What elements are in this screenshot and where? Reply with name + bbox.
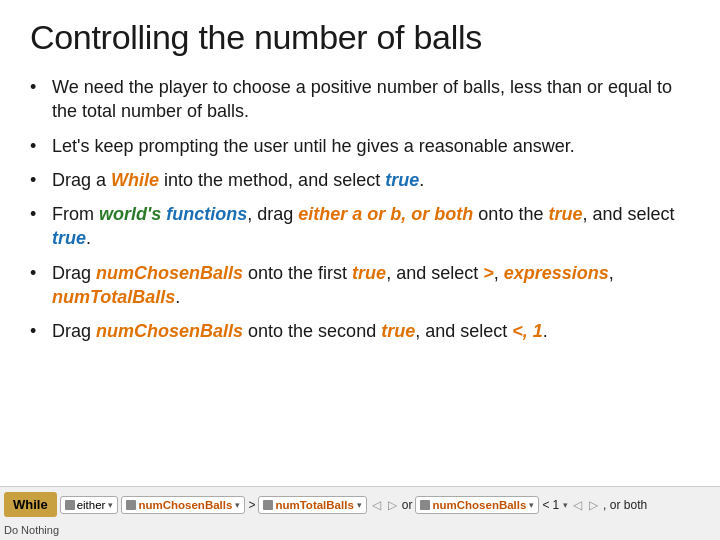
lt1-highlight: <, 1 [512, 321, 543, 341]
do-nothing-label: Do Nothing [4, 524, 59, 536]
list-item: • Drag numChosenBalls onto the first tru… [30, 261, 690, 310]
bullet-text-4: From world's functions, drag either a or… [52, 202, 690, 251]
do-nothing-row: Do Nothing [0, 520, 720, 540]
list-item: • From world's functions, drag either a … [30, 202, 690, 251]
separator-3: ◁ [571, 498, 584, 512]
pill-icon-2 [126, 500, 136, 510]
pill-icon-4 [420, 500, 430, 510]
separator-4: ▷ [587, 498, 600, 512]
bullet-char: • [30, 202, 52, 226]
either-highlight: either a or b, or both [298, 204, 473, 224]
numchosen-pill-2[interactable]: numChosenBalls ▾ [415, 496, 539, 514]
numchosen-label-2: numChosenBalls [432, 499, 526, 511]
pill-icon [65, 500, 75, 510]
dropdown-arrow-1[interactable]: ▾ [108, 500, 113, 510]
list-item: • Let's keep prompting the user until he… [30, 134, 690, 158]
true-highlight-3: true [52, 228, 86, 248]
pill-icon-3 [263, 500, 273, 510]
numchosen-highlight-1: numChosenBalls [96, 263, 243, 283]
bottom-bar-container: While either ▾ numChosenBalls ▾ > numTot… [0, 486, 720, 540]
while-highlight: While [111, 170, 159, 190]
true-highlight-2: true [548, 204, 582, 224]
dropdown-arrow-5[interactable]: ▾ [563, 500, 568, 510]
numtotal-highlight: numTotalBalls [52, 287, 175, 307]
bullet-char: • [30, 261, 52, 285]
numchosen-highlight-2: numChosenBalls [96, 321, 243, 341]
bottom-top-row: While either ▾ numChosenBalls ▾ > numTot… [0, 486, 720, 520]
main-content: Controlling the number of balls • We nee… [0, 0, 720, 364]
expr-highlight: expressions [504, 263, 609, 283]
lt-operator: < [542, 498, 549, 512]
or-both-label: , or both [603, 498, 647, 512]
bullet-list: • We need the player to choose a positiv… [30, 75, 690, 344]
separator-1: ◁ [370, 498, 383, 512]
bullet-char: • [30, 168, 52, 192]
functions-highlight: functions [166, 204, 247, 224]
bullet-char: • [30, 75, 52, 99]
while-block[interactable]: While [4, 492, 57, 517]
dropdown-arrow-4[interactable]: ▾ [529, 500, 534, 510]
bullet-text-6: Drag numChosenBalls onto the second true… [52, 319, 690, 343]
list-item: • Drag numChosenBalls onto the second tr… [30, 319, 690, 343]
true-highlight-5: true [381, 321, 415, 341]
list-item: • Drag a While into the method, and sele… [30, 168, 690, 192]
bullet-text-3: Drag a While into the method, and select… [52, 168, 690, 192]
page-title: Controlling the number of balls [30, 18, 690, 57]
numtotal-label: numTotalBalls [275, 499, 353, 511]
either-pill[interactable]: either ▾ [60, 496, 119, 514]
list-item: • We need the player to choose a positiv… [30, 75, 690, 124]
dropdown-arrow-2[interactable]: ▾ [235, 500, 240, 510]
bullet-char: • [30, 319, 52, 343]
or-label: or [402, 498, 413, 512]
world-highlight: world's [99, 204, 161, 224]
numchosen-pill-1[interactable]: numChosenBalls ▾ [121, 496, 245, 514]
bullet-text-5: Drag numChosenBalls onto the first true,… [52, 261, 690, 310]
gt-operator: > [248, 498, 255, 512]
bullet-text-2: Let's keep prompting the user until he g… [52, 134, 690, 158]
numchosen-label-1: numChosenBalls [138, 499, 232, 511]
separator-2: ▷ [386, 498, 399, 512]
numtotal-pill[interactable]: numTotalBalls ▾ [258, 496, 366, 514]
true-highlight-4: true [352, 263, 386, 283]
one-label: 1 [552, 498, 559, 512]
true-highlight: true [385, 170, 419, 190]
bullet-text-1: We need the player to choose a positive … [52, 75, 690, 124]
bullet-char: • [30, 134, 52, 158]
gt-highlight: > [483, 263, 494, 283]
dropdown-arrow-3[interactable]: ▾ [357, 500, 362, 510]
either-label: either [77, 499, 106, 511]
